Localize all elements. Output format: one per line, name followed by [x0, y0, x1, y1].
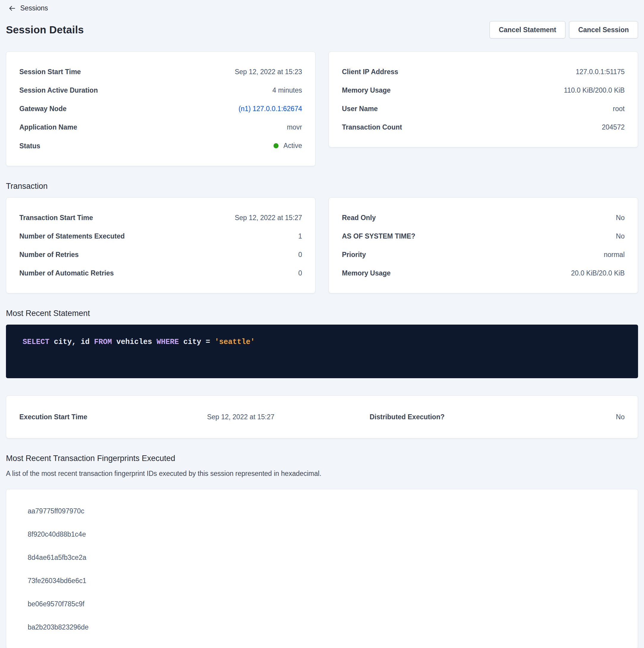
txn-auto-retries-label: Number of Automatic Retries [19, 268, 114, 278]
fingerprint-id: be06e9570f785c9f [19, 599, 625, 609]
session-summary-card-right: Client IP Address 127.0.0.1:51175 Memory… [329, 52, 638, 147]
txn-statements-executed-value: 1 [298, 231, 302, 241]
client-ip-row: Client IP Address 127.0.0.1:51175 [342, 67, 625, 77]
txn-memory-usage-label: Memory Usage [342, 268, 391, 278]
user-name-row: User Name root [342, 104, 625, 114]
distributed-execution-label: Distributed Execution? [370, 412, 445, 422]
execution-card: Execution Start Time Sep 12, 2022 at 15:… [6, 395, 638, 438]
execution-start-time-value: Sep 12, 2022 at 15:27 [207, 412, 274, 422]
txn-memory-usage-row: Memory Usage 20.0 KiB/20.0 KiB [342, 268, 625, 278]
txn-read-only-label: Read Only [342, 213, 376, 223]
application-name-row: Application Name movr [19, 122, 302, 132]
status-label: Status [19, 141, 40, 151]
session-summary-grid: Session Start Time Sep 12, 2022 at 15:23… [6, 52, 638, 166]
sql-token-plain: city = [179, 338, 215, 346]
txn-aost-row: AS OF SYSTEM TIME? No [342, 231, 625, 241]
sql-token-plain: vehicles [112, 338, 157, 346]
session-start-time-value: Sep 12, 2022 at 15:23 [235, 67, 302, 77]
page-title: Session Details [6, 24, 84, 36]
sql-token-keyword: SELECT [22, 338, 49, 346]
txn-retries-value: 0 [298, 250, 302, 260]
session-active-duration-row: Session Active Duration 4 minutes [19, 85, 302, 95]
session-start-time-row: Session Start Time Sep 12, 2022 at 15:23 [19, 67, 302, 77]
client-ip-label: Client IP Address [342, 67, 398, 77]
user-name-value: root [613, 104, 625, 114]
cancel-session-button[interactable]: Cancel Session [569, 21, 638, 39]
session-active-duration-value: 4 minutes [272, 85, 302, 95]
session-start-time-label: Session Start Time [19, 67, 81, 77]
fingerprints-section-title: Most Recent Transaction Fingerprints Exe… [6, 454, 638, 463]
sql-token-plain: city, id [49, 338, 94, 346]
application-name-label: Application Name [19, 122, 77, 132]
txn-auto-retries-value: 0 [298, 268, 302, 278]
memory-usage-value: 110.0 KiB/200.0 KiB [564, 85, 625, 95]
fingerprints-section-description: A list of the most recent transaction fi… [6, 470, 638, 478]
txn-priority-row: Priority normal [342, 250, 625, 260]
status-value: Active [283, 141, 302, 151]
gateway-node-row: Gateway Node (n1) 127.0.0.1:62674 [19, 104, 302, 114]
status-active-dot-icon [274, 143, 279, 148]
txn-read-only-value: No [616, 213, 625, 223]
txn-retries-label: Number of Retries [19, 250, 78, 260]
fingerprint-id: 8d4ae61a5fb3ce2a [19, 552, 625, 562]
txn-auto-retries-row: Number of Automatic Retries 0 [19, 268, 302, 278]
distributed-execution-value: No [616, 412, 625, 422]
txn-statements-executed-label: Number of Statements Executed [19, 231, 125, 241]
most-recent-statement-title: Most Recent Statement [6, 309, 638, 318]
txn-start-time-label: Transaction Start Time [19, 213, 93, 223]
txn-read-only-row: Read Only No [342, 213, 625, 223]
breadcrumb-back-sessions[interactable]: Sessions [6, 3, 50, 13]
transaction-grid: Transaction Start Time Sep 12, 2022 at 1… [6, 198, 638, 293]
txn-memory-usage-value: 20.0 KiB/20.0 KiB [571, 268, 625, 278]
session-details-page: Sessions Session Details Cancel Statemen… [0, 0, 644, 648]
status-row: Status Active [19, 141, 302, 151]
transaction-card-right: Read Only No AS OF SYSTEM TIME? No Prior… [329, 198, 638, 293]
status-badge: Active [274, 141, 302, 151]
sql-statement-text: SELECT city, id FROM vehicles WHERE city… [22, 337, 622, 347]
transaction-count-label: Transaction Count [342, 122, 402, 132]
gateway-node-label: Gateway Node [19, 104, 67, 114]
txn-retries-row: Number of Retries 0 [19, 250, 302, 260]
transaction-section-title: Transaction [6, 182, 638, 191]
txn-statements-executed-row: Number of Statements Executed 1 [19, 231, 302, 241]
txn-priority-label: Priority [342, 250, 366, 260]
sql-statement-box: SELECT city, id FROM vehicles WHERE city… [6, 325, 638, 378]
sql-token-keyword: FROM [94, 338, 112, 346]
memory-usage-row: Memory Usage 110.0 KiB/200.0 KiB [342, 85, 625, 95]
distributed-execution-row: Distributed Execution? No [370, 412, 625, 422]
transaction-count-value: 204572 [602, 122, 625, 132]
transaction-count-row: Transaction Count 204572 [342, 122, 625, 132]
sql-token-string: 'seattle' [215, 338, 255, 346]
fingerprint-id: aa79775ff097970c [19, 506, 625, 516]
fingerprint-id: 73fe26034bd6e6c1 [19, 576, 625, 586]
execution-start-time-row: Execution Start Time Sep 12, 2022 at 15:… [19, 412, 274, 422]
title-row: Session Details Cancel Statement Cancel … [6, 21, 638, 39]
fingerprint-id: ba2b203b823296de [19, 622, 625, 632]
txn-start-time-value: Sep 12, 2022 at 15:27 [235, 213, 302, 223]
txn-start-time-row: Transaction Start Time Sep 12, 2022 at 1… [19, 213, 302, 223]
application-name-value: movr [287, 122, 302, 132]
gateway-node-link[interactable]: (n1) 127.0.0.1:62674 [238, 104, 302, 114]
txn-aost-value: No [616, 231, 625, 241]
cancel-statement-button[interactable]: Cancel Statement [489, 21, 566, 39]
action-buttons: Cancel Statement Cancel Session [489, 21, 638, 39]
sql-token-keyword: WHERE [157, 338, 179, 346]
memory-usage-label: Memory Usage [342, 85, 391, 95]
transaction-card-left: Transaction Start Time Sep 12, 2022 at 1… [6, 198, 315, 293]
txn-priority-value: normal [604, 250, 625, 260]
user-name-label: User Name [342, 104, 378, 114]
execution-start-time-label: Execution Start Time [19, 412, 87, 422]
client-ip-value: 127.0.0.1:51175 [576, 67, 625, 77]
session-summary-card-left: Session Start Time Sep 12, 2022 at 15:23… [6, 52, 315, 166]
fingerprint-id: 8f920c40d88b1c4e [19, 529, 625, 539]
back-arrow-icon [8, 4, 16, 12]
txn-aost-label: AS OF SYSTEM TIME? [342, 231, 415, 241]
session-active-duration-label: Session Active Duration [19, 85, 98, 95]
fingerprints-card: aa79775ff097970c 8f920c40d88b1c4e 8d4ae6… [6, 489, 638, 648]
breadcrumb-label: Sessions [20, 4, 48, 12]
